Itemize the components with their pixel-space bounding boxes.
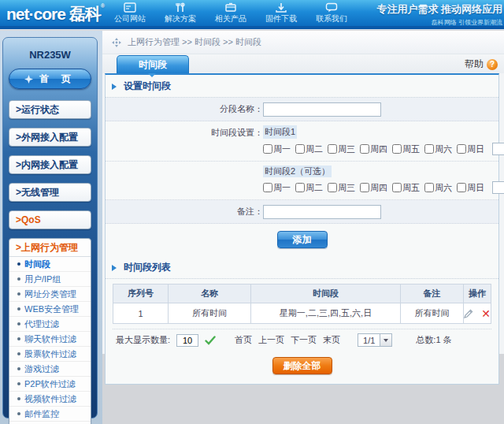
help-link[interactable]: 帮助 ? bbox=[465, 58, 498, 71]
breadcrumb-arrows-icon bbox=[112, 38, 121, 47]
weekday-checkbox[interactable] bbox=[328, 183, 337, 192]
row-actions: ✕ bbox=[464, 303, 491, 323]
next-page-link[interactable]: 下一页 bbox=[291, 334, 317, 346]
sidebar-item-wireless[interactable]: >无线管理 bbox=[9, 183, 91, 202]
prev-page-link[interactable]: 上一页 bbox=[258, 334, 284, 346]
weekday-checkbox[interactable] bbox=[457, 144, 466, 154]
section-arrow-icon bbox=[112, 84, 120, 90]
cell-name: 所有时间 bbox=[169, 303, 251, 324]
sidebar-item-lan-config[interactable]: >内网接入配置 bbox=[9, 155, 91, 174]
nav-solutions[interactable]: 解决方案 bbox=[161, 2, 200, 24]
weekday-checkbox[interactable] bbox=[457, 183, 466, 192]
weekday-checkbox[interactable] bbox=[424, 183, 434, 192]
weekday-wed[interactable]: 周三 bbox=[328, 182, 355, 194]
sidebar-item-behavior-management[interactable]: >上网行为管理 bbox=[9, 239, 91, 257]
submenu-game-filter[interactable]: 游戏过滤 bbox=[9, 362, 91, 377]
delete-all-button[interactable]: 删除全部 bbox=[272, 357, 332, 374]
product-icon bbox=[224, 2, 237, 13]
nav-contact-us[interactable]: 联系我们 bbox=[312, 2, 351, 24]
nav-label: 固件下载 bbox=[261, 13, 301, 24]
help-label: 帮助 bbox=[465, 58, 484, 71]
note-input[interactable] bbox=[263, 205, 381, 219]
segment-name-input[interactable] bbox=[263, 102, 381, 117]
weekday-checkbox[interactable] bbox=[360, 183, 369, 192]
add-button[interactable]: 添加 bbox=[277, 231, 328, 248]
submenu-mail-monitor[interactable]: 邮件监控 bbox=[9, 407, 91, 422]
first-page-link[interactable]: 首页 bbox=[235, 334, 252, 346]
sidebar-home-button[interactable]: 首 页 bbox=[9, 69, 91, 89]
edit-icon[interactable] bbox=[464, 309, 473, 318]
logo-reg-mark: ® bbox=[101, 3, 104, 9]
submenu-url-category[interactable]: 网址分类管理 bbox=[9, 287, 91, 302]
bullet-icon bbox=[17, 307, 20, 311]
weekday-thu[interactable]: 周四 bbox=[360, 182, 387, 194]
cell-period: 星期一,二,三,四,五,六,日 bbox=[251, 303, 401, 324]
submenu-proxy-filter[interactable]: 代理过滤 bbox=[9, 317, 91, 332]
col-index: 序列号 bbox=[113, 285, 169, 303]
bullet-icon bbox=[17, 352, 20, 355]
brand-slogan: 专注用户需求 推动网络应用 磊科网络 引领业界新潮流 bbox=[376, 2, 502, 27]
weekday-wed[interactable]: 周三 bbox=[328, 143, 355, 155]
website-icon bbox=[124, 2, 136, 13]
sidebar-item-wan-config[interactable]: >外网接入配置 bbox=[9, 128, 91, 147]
submenu-p2p-filter[interactable]: P2P软件过滤 bbox=[9, 377, 91, 392]
weekday-fri[interactable]: 周五 bbox=[392, 182, 420, 194]
max-display-input[interactable] bbox=[176, 334, 198, 347]
nav-company-website[interactable]: 公司网站 bbox=[110, 2, 150, 24]
weekday-sun[interactable]: 周日 bbox=[457, 143, 484, 155]
weekday-label: 周一 bbox=[273, 182, 291, 194]
weekday-checkbox[interactable] bbox=[263, 144, 272, 154]
delete-icon[interactable]: ✕ bbox=[481, 309, 491, 318]
page-select-dropdown-button[interactable] bbox=[380, 334, 391, 346]
col-note: 备注 bbox=[401, 285, 464, 303]
weekday-fri[interactable]: 周五 bbox=[392, 143, 420, 155]
tab-time-period[interactable]: 时间段 bbox=[117, 55, 189, 73]
weekday-sun[interactable]: 周日 bbox=[457, 182, 484, 194]
col-name: 名称 bbox=[169, 285, 251, 303]
nav-products[interactable]: 相关产品 bbox=[211, 2, 250, 24]
sidebar-panel: NR235W 首 页 >运行状态 >外网接入配置 >内网接入配置 >无线管理 >… bbox=[2, 37, 98, 418]
submenu-user-ip-group[interactable]: 用户/IP组 bbox=[9, 272, 91, 287]
weekday-label: 周二 bbox=[306, 143, 323, 155]
submenu-stock-filter[interactable]: 股票软件过滤 bbox=[9, 347, 91, 362]
submenu-web-security[interactable]: WEB安全管理 bbox=[9, 302, 91, 317]
weekday-checkbox[interactable] bbox=[295, 183, 305, 192]
page-select[interactable]: 1/1 bbox=[358, 333, 392, 347]
download-icon bbox=[275, 2, 287, 13]
weekday-checkbox[interactable] bbox=[392, 144, 402, 154]
submenu-chat-filter[interactable]: 聊天软件过滤 bbox=[9, 332, 91, 347]
weekday-checkbox[interactable] bbox=[360, 144, 369, 154]
start-hour-input[interactable] bbox=[492, 181, 504, 194]
weekday-checkbox[interactable] bbox=[295, 144, 305, 154]
weekday-mon[interactable]: 周一 bbox=[263, 143, 291, 155]
section-title: 时间段列表 bbox=[124, 261, 171, 274]
help-icon: ? bbox=[487, 59, 498, 70]
table-row: 1 所有时间 星期一,二,三,四,五,六,日 所有时间 ✕ bbox=[113, 303, 491, 324]
last-page-link[interactable]: 末页 bbox=[323, 334, 340, 346]
weekday-tue[interactable]: 周二 bbox=[295, 182, 323, 194]
time-setting-label: 时间段设置： bbox=[106, 127, 263, 139]
weekday-sat[interactable]: 周六 bbox=[424, 182, 452, 194]
submenu-video-filter[interactable]: 视频软件过滤 bbox=[9, 392, 91, 407]
weekday-checkbox[interactable] bbox=[328, 144, 337, 154]
weekday-sat[interactable]: 周六 bbox=[424, 143, 452, 155]
start-hour-input[interactable] bbox=[492, 143, 504, 155]
time-period-table: 序列号 名称 时间段 备注 操作 1 所有时间 星期一,二,三,四,五,六,日 … bbox=[113, 284, 491, 324]
add-button-row: 添加 bbox=[106, 224, 498, 256]
top-header: net·core 磊科® 公司网站 解决方案 相关产品 固件下载 联系我们 专注… bbox=[0, 0, 504, 26]
sidebar-item-qos[interactable]: >QoS bbox=[9, 210, 91, 229]
weekday-tue[interactable]: 周二 bbox=[295, 143, 323, 155]
period1-block: 时间段设置： 时间段1 周一 周二 周三 周四 周五 周六 周日 时 分 ---… bbox=[106, 121, 498, 162]
weekday-checkbox[interactable] bbox=[392, 183, 402, 192]
apply-check-icon[interactable] bbox=[205, 336, 216, 345]
weekday-mon[interactable]: 周一 bbox=[263, 182, 291, 194]
submenu-label: P2P软件过滤 bbox=[24, 377, 76, 392]
bullet-icon bbox=[17, 277, 20, 281]
weekday-checkbox[interactable] bbox=[424, 144, 434, 154]
weekday-checkbox[interactable] bbox=[263, 183, 272, 192]
nav-firmware-download[interactable]: 固件下载 bbox=[261, 2, 301, 24]
weekday-thu[interactable]: 周四 bbox=[360, 143, 387, 155]
behavior-management-group: >上网行为管理 时间段 用户/IP组 网址分类管理 WEB安全管理 代理过滤 聊… bbox=[9, 238, 91, 424]
submenu-time-period[interactable]: 时间段 bbox=[9, 257, 91, 272]
sidebar-item-running-status[interactable]: >运行状态 bbox=[9, 100, 91, 119]
